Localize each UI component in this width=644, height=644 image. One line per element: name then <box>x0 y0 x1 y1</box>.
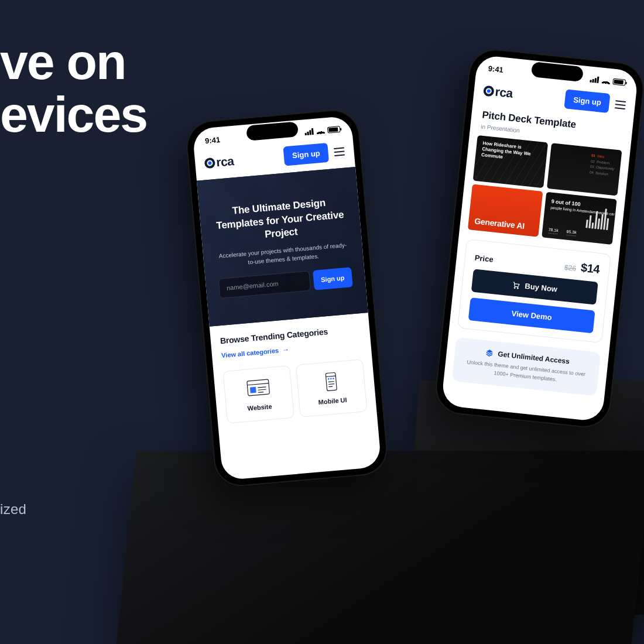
preview-slide[interactable]: 9 out of 100 people living in Amsterdam … <box>542 192 616 245</box>
hero-subtitle: Accelerate your projects with thousands … <box>216 241 351 270</box>
preview-slide[interactable]: 01 Intro 02 Problem 03 Opportunity 04 So… <box>547 143 622 196</box>
brand-logo[interactable]: rca <box>483 83 513 100</box>
svg-line-1 <box>247 383 269 385</box>
preview-slide[interactable]: Generative AI <box>468 184 543 237</box>
bar-chart-icon <box>585 204 610 230</box>
svg-line-3 <box>258 387 266 388</box>
marketing-headline: ve on evices <box>0 35 147 141</box>
wifi-icon <box>601 77 611 85</box>
logo-mark-icon <box>483 85 495 97</box>
price-label: Price <box>474 254 494 264</box>
slide-figures: 78.1k 95.3k <box>548 227 577 236</box>
wifi-icon <box>316 127 326 134</box>
signup-button[interactable]: Sign up <box>564 89 611 113</box>
svg-point-8 <box>327 378 329 380</box>
svg-point-14 <box>514 287 515 288</box>
signup-button[interactable]: Sign up <box>283 143 329 166</box>
menu-icon[interactable] <box>334 147 345 156</box>
layers-icon <box>485 348 494 357</box>
svg-point-9 <box>330 378 331 380</box>
hero-section: The Ultimate Design Templates for Your C… <box>197 167 368 327</box>
signal-icon <box>590 76 600 84</box>
device-mockup-home: 9:41 rca Sign up The Ultimate Design Tem… <box>184 108 389 488</box>
battery-icon <box>612 78 626 86</box>
brand-name: rca <box>495 84 513 100</box>
svg-line-5 <box>258 392 263 393</box>
device-mockup-product: 9:41 rca Sign up Pitch Deck Template in … <box>433 47 644 430</box>
svg-line-7 <box>326 376 335 376</box>
svg-point-15 <box>518 287 519 289</box>
preview-slide[interactable]: How Rideshare is Changing the Way We Com… <box>473 135 548 188</box>
battery-icon <box>327 126 341 133</box>
svg-point-10 <box>333 378 334 379</box>
email-field[interactable] <box>218 271 311 299</box>
hero-signup-button[interactable]: Sign up <box>313 268 353 291</box>
svg-rect-2 <box>249 387 256 393</box>
slide-text: Generative AI <box>474 216 525 231</box>
category-website[interactable]: Website <box>222 365 294 424</box>
cart-icon <box>512 280 520 289</box>
view-demo-button[interactable]: View Demo <box>468 297 595 333</box>
category-mobile-ui[interactable]: Mobile UI <box>296 359 367 417</box>
unlimited-access-card[interactable]: Get Unlimited Access Unlock this theme a… <box>452 337 601 396</box>
svg-line-11 <box>328 382 334 382</box>
marketing-subline: ized <box>0 501 26 518</box>
category-label: Website <box>247 403 272 412</box>
svg-line-4 <box>258 389 266 390</box>
logo-mark-icon <box>204 157 216 169</box>
price-old: $26 <box>564 263 576 273</box>
slide-text: How Rideshare is Changing the Way We Com… <box>481 141 539 164</box>
website-icon <box>245 377 270 399</box>
buy-now-label: Buy Now <box>525 282 558 294</box>
preview-gallery: How Rideshare is Changing the Way We Com… <box>460 134 630 245</box>
arrow-right-icon: → <box>282 345 289 354</box>
hero-title: The Ultimate Design Templates for Your C… <box>212 194 348 246</box>
svg-line-12 <box>328 384 334 385</box>
signal-icon <box>304 128 314 135</box>
menu-icon[interactable] <box>615 100 626 109</box>
svg-line-13 <box>328 386 333 387</box>
price-card: Price $26 $14 Buy Now View Demo <box>457 239 611 343</box>
status-time: 9:41 <box>488 64 503 74</box>
stage-block-left <box>117 451 644 644</box>
brand-logo[interactable]: rca <box>204 154 234 170</box>
status-time: 9:41 <box>204 135 220 145</box>
slide-toc: 01 Intro 02 Problem 03 Opportunity 04 So… <box>590 153 616 177</box>
price-current: $14 <box>580 261 600 276</box>
category-label: Mobile UI <box>318 396 347 406</box>
brand-name: rca <box>215 154 234 170</box>
mobile-ui-icon <box>318 371 344 392</box>
